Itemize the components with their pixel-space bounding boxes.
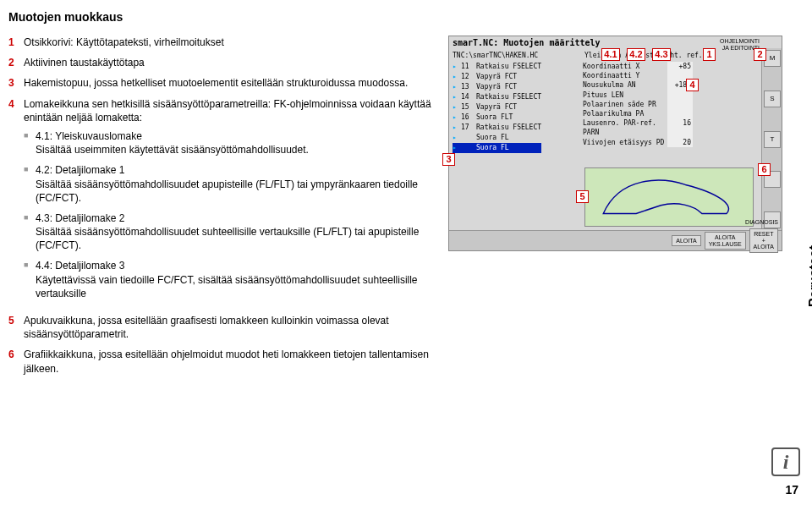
- item-number: 6: [8, 348, 24, 375]
- app-screenshot: smarT.NC: Muotojen määrittely OHJELMOINT…: [448, 36, 782, 251]
- tree-row: ▸15Vapyrä FCT: [453, 102, 541, 113]
- param-row: Lausenro. PAR-ref. PARN16: [583, 118, 693, 137]
- preview-svg: [585, 168, 753, 226]
- shot-right-strip: M S T: [761, 48, 782, 230]
- sub-item-text: 4.1: Yleiskuvauslomake Sisältää useimmit…: [36, 129, 435, 156]
- callout-4-3: 4.3: [652, 48, 671, 61]
- info-glyph: i: [783, 451, 789, 474]
- item-number: 4: [8, 97, 24, 307]
- shot-path: TNC:\smarTNC\HAKEN.HC: [453, 52, 538, 59]
- shot-bottom-strip: ALOITA ALOITA YKS.LAUSE RESET + ALOITA: [449, 230, 782, 250]
- screenshot-column: smarT.NC: Muotojen määrittely OHJELMOINT…: [448, 36, 782, 382]
- item-text: Hakemistopuu, jossa hetkelliset muotoele…: [24, 76, 435, 90]
- strip-cell: T: [764, 131, 781, 148]
- sub-item: 4.2: Detaljilomake 1 Sisältää sisäänsyöt…: [24, 163, 435, 205]
- list-item: 1 Otsikkorivi: Käyttötapateksti, virheil…: [8, 36, 435, 49]
- item-text: Aktiivinen taustakäyttötapa: [24, 56, 435, 69]
- sub-item-text: 4.3: Detaljilomake 2 Sisältää sisäänsyöt…: [36, 211, 435, 253]
- shot-preview: [584, 167, 754, 227]
- item-text: Otsikkorivi: Käyttötapateksti, virheilmo…: [24, 36, 435, 49]
- side-tab: Perusteet: [807, 245, 812, 307]
- param-row: Viivojen etäisyys PD20: [583, 138, 693, 147]
- callout-5: 5: [576, 190, 589, 203]
- callout-4-1: 4.1: [601, 48, 620, 61]
- tree-row: ▸12Vapyrä FCT: [453, 72, 541, 82]
- numbered-list: 1 Otsikkorivi: Käyttötapateksti, virheil…: [8, 36, 435, 376]
- tree-row: ▸13Vapyrä FCT: [453, 82, 541, 92]
- sub-item-text: 4.2: Detaljilomake 1 Sisältää sisäänsyöt…: [36, 163, 435, 205]
- page-number: 17: [785, 483, 798, 497]
- tree-row: ▸11Ratkaisu FSELECT: [453, 62, 541, 72]
- content-wrap: 1 Otsikkorivi: Käyttötapateksti, virheil…: [0, 36, 812, 382]
- item-number: 1: [8, 36, 24, 49]
- callout-4: 4: [686, 79, 699, 91]
- item-text: Apukuvaikkuna, jossa esitellään graafise…: [24, 314, 435, 341]
- list-item: 6 Grafiikkaikkuna, jossa esitellään ohje…: [8, 348, 435, 375]
- item-text: Grafiikkaikkuna, jossa esitellään ohjelm…: [24, 348, 435, 375]
- softkey: ALOITA YKS.LAUSE: [705, 232, 746, 250]
- callout-4-2: 4.2: [627, 48, 645, 61]
- sub-item: 4.4: Detaljilomake 3 Käytettävissä vain …: [24, 259, 435, 300]
- list-item: 2 Aktiivinen taustakäyttötapa: [8, 56, 435, 69]
- list-item: 4 Lomakeikkuna sen hetkisillä sisäänsyöt…: [8, 97, 435, 307]
- item-text-lead: Lomakeikkuna sen hetkisillä sisäänsyöttö…: [24, 98, 431, 124]
- tree-row: ▸Suora FL: [453, 143, 541, 153]
- list-item: 3 Hakemistopuu, jossa hetkelliset muotoe…: [8, 76, 435, 90]
- param-row: Koordinaatti Y: [583, 71, 693, 80]
- callout-3: 3: [442, 153, 455, 166]
- callout-2: 2: [754, 48, 766, 61]
- list-item: 5 Apukuvaikkuna, jossa esitellään graafi…: [8, 314, 435, 341]
- info-icon: i: [771, 447, 800, 476]
- item-number: 5: [8, 314, 24, 341]
- tree-row: ▸Suora FL: [453, 133, 541, 143]
- param-row: Pituus LEN: [583, 91, 693, 100]
- sub-item: 4.3: Detaljilomake 2 Sisältää sisäänsyöt…: [24, 211, 435, 253]
- tree-row: ▸17Ratkaisu FSELECT: [453, 123, 541, 133]
- item-text: Lomakeikkuna sen hetkisillä sisäänsyöttö…: [24, 97, 435, 307]
- sub-item: 4.1: Yleiskuvauslomake Sisältää useimmit…: [24, 129, 435, 156]
- page-heading: Muotojen muokkaus: [0, 0, 812, 36]
- shot-params: Koordinaatti X+85 Koordinaatti Y Nousuku…: [583, 62, 693, 147]
- strip-cell: M: [764, 50, 781, 67]
- callout-6: 6: [758, 163, 771, 176]
- tree-row: ▸16Suora FLT: [453, 113, 541, 123]
- text-column: 1 Otsikkorivi: Käyttötapateksti, virheil…: [8, 36, 448, 382]
- param-row: Nousukulma AN+180: [583, 80, 693, 90]
- diagnosis-label: DIAGNOSIS: [745, 219, 778, 225]
- callout-1: 1: [703, 48, 716, 61]
- param-row: Polaarinen säde PR: [583, 100, 693, 109]
- shot-title: smarT.NC: Muotojen määrittely: [453, 38, 601, 47]
- item-number: 2: [8, 56, 24, 69]
- param-row: Polaarikulma PA: [583, 109, 693, 118]
- softkey: RESET + ALOITA: [749, 228, 778, 253]
- strip-cell: S: [764, 91, 781, 107]
- tree-row: ▸14Ratkaisu FSELECT: [453, 92, 541, 102]
- param-row: Koordinaatti X+85: [583, 62, 693, 71]
- softkey: ALOITA: [672, 235, 700, 247]
- sub-list: 4.1: Yleiskuvauslomake Sisältää useimmit…: [24, 129, 435, 300]
- shot-tree: ▸11Ratkaisu FSELECT ▸12Vapyrä FCT ▸13Vap…: [453, 62, 541, 153]
- item-number: 3: [8, 76, 24, 90]
- sub-item-text: 4.4: Detaljilomake 3 Käytettävissä vain …: [36, 259, 435, 300]
